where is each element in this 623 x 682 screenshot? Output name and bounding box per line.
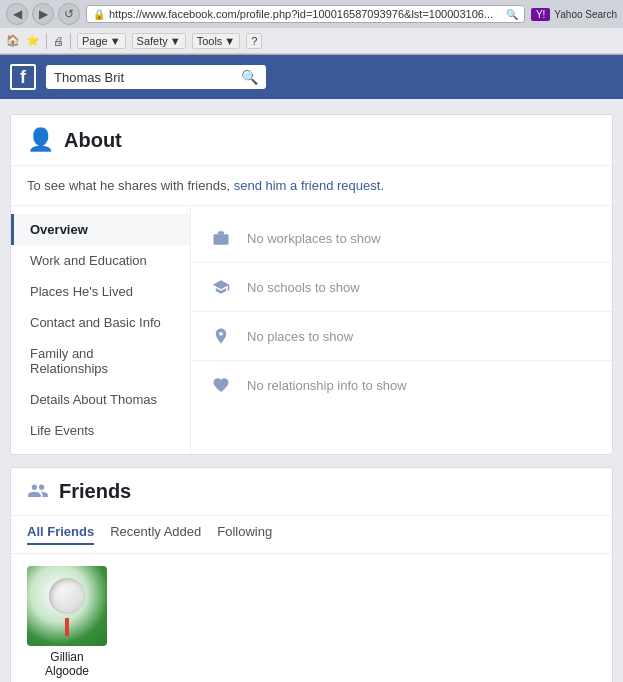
- about-person-icon: 👤: [27, 127, 54, 153]
- facebook-search-icon[interactable]: 🔍: [241, 69, 258, 85]
- friends-header: Friends: [11, 468, 612, 516]
- home-icon[interactable]: 🏠: [6, 34, 20, 47]
- safety-label: Safety: [137, 35, 168, 47]
- friends-grid: Gillian Algoode: [11, 554, 612, 682]
- page-label: Page: [82, 35, 108, 47]
- detail-row-location: No places to show: [191, 312, 612, 361]
- nav-item-details[interactable]: Details About Thomas: [11, 384, 190, 415]
- friends-icon: [27, 480, 49, 503]
- url-bar[interactable]: 🔒 https://www.facebook.com/profile.php?i…: [86, 5, 525, 23]
- toolbar-divider-2: [70, 33, 71, 49]
- detail-row-workplace: No workplaces to show: [191, 214, 612, 263]
- about-body: Overview Work and Education Places He's …: [11, 206, 612, 454]
- facebook-logo[interactable]: f: [10, 64, 36, 90]
- star-icon[interactable]: ⭐: [26, 34, 40, 47]
- about-section: 👤 About To see what he shares with frien…: [10, 114, 613, 455]
- safety-chevron: ▼: [170, 35, 181, 47]
- tab-recently-added[interactable]: Recently Added: [110, 524, 201, 545]
- friend-request-banner: To see what he shares with friends, send…: [11, 166, 612, 206]
- detail-row-school: No schools to show: [191, 263, 612, 312]
- nav-item-overview[interactable]: Overview: [11, 214, 190, 245]
- nav-item-contact[interactable]: Contact and Basic Info: [11, 307, 190, 338]
- workplace-icon: [207, 224, 235, 252]
- browser-chrome: ◀ ▶ ↺ 🔒 https://www.facebook.com/profile…: [0, 0, 623, 55]
- school-icon: [207, 273, 235, 301]
- safety-button[interactable]: Safety ▼: [132, 33, 186, 49]
- location-text: No places to show: [247, 329, 353, 344]
- about-nav: Overview Work and Education Places He's …: [11, 206, 191, 454]
- workplace-text: No workplaces to show: [247, 231, 381, 246]
- detail-row-relationship: No relationship info to show: [191, 361, 612, 409]
- svg-rect-0: [214, 234, 229, 245]
- list-item[interactable]: Gillian Algoode: [27, 566, 107, 678]
- friends-tabs: All Friends Recently Added Following: [11, 516, 612, 554]
- facebook-search-bar[interactable]: 🔍: [46, 65, 266, 89]
- tab-following[interactable]: Following: [217, 524, 272, 545]
- nav-item-family[interactable]: Family and Relationships: [11, 338, 190, 384]
- nav-item-work[interactable]: Work and Education: [11, 245, 190, 276]
- yahoo-badge: Y!: [531, 8, 550, 21]
- url-text: https://www.facebook.com/profile.php?id=…: [109, 8, 502, 20]
- about-title: About: [64, 129, 122, 152]
- facebook-search-input[interactable]: [54, 70, 241, 85]
- location-icon: [207, 322, 235, 350]
- help-label: ?: [251, 35, 257, 47]
- friends-title: Friends: [59, 480, 131, 503]
- tools-chevron: ▼: [224, 35, 235, 47]
- titlebar-left: ◀ ▶ ↺: [6, 3, 80, 25]
- facebook-navbar: f 🔍: [0, 55, 623, 99]
- page-chevron: ▼: [110, 35, 121, 47]
- back-button[interactable]: ◀: [6, 3, 28, 25]
- printer-icon[interactable]: 🖨: [53, 35, 64, 47]
- nav-item-places[interactable]: Places He's Lived: [11, 276, 190, 307]
- tools-button[interactable]: Tools ▼: [192, 33, 241, 49]
- yahoo-area: Y! Yahoo Search: [531, 8, 617, 21]
- lock-icon: 🔒: [93, 9, 105, 20]
- browser-titlebar: ◀ ▶ ↺ 🔒 https://www.facebook.com/profile…: [0, 0, 623, 28]
- help-button[interactable]: ?: [246, 33, 262, 49]
- page-content: 👤 About To see what he shares with frien…: [0, 99, 623, 682]
- tools-label: Tools: [197, 35, 223, 47]
- page-button[interactable]: Page ▼: [77, 33, 126, 49]
- yahoo-search-label: Yahoo Search: [554, 9, 617, 20]
- refresh-icon: 🔍: [506, 9, 518, 20]
- toolbar-divider-1: [46, 33, 47, 49]
- friend-name: Gillian Algoode: [27, 650, 107, 678]
- about-details: No workplaces to show No schools to show…: [191, 206, 612, 454]
- friend-request-text: To see what he shares with friends,: [27, 178, 230, 193]
- heart-icon: [207, 371, 235, 399]
- about-header: 👤 About: [11, 115, 612, 166]
- friends-section: Friends All Friends Recently Added Follo…: [10, 467, 613, 682]
- browser-toolbar: 🏠 ⭐ 🖨 Page ▼ Safety ▼ Tools ▼ ?: [0, 28, 623, 54]
- nav-item-events[interactable]: Life Events: [11, 415, 190, 446]
- relationship-text: No relationship info to show: [247, 378, 407, 393]
- friend-request-link[interactable]: send him a friend request.: [234, 178, 384, 193]
- tab-all-friends[interactable]: All Friends: [27, 524, 94, 545]
- friend-avatar: [27, 566, 107, 646]
- school-text: No schools to show: [247, 280, 360, 295]
- forward-button[interactable]: ▶: [32, 3, 54, 25]
- refresh-button[interactable]: ↺: [58, 3, 80, 25]
